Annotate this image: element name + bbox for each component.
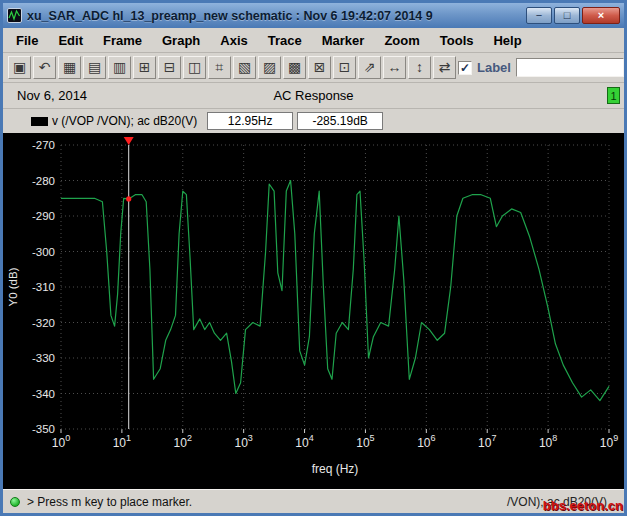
label-checkbox-label: Label [477,60,511,75]
menubar: FileEditFrameGraphAxisTraceMarkerZoomToo… [3,28,624,53]
menu-item-trace[interactable]: Trace [259,30,311,51]
close-button[interactable]: × [582,7,620,24]
y-tick-label: -270 [32,139,55,151]
marker-value-readout[interactable]: -285.19dB [297,112,383,130]
marker-point[interactable] [126,196,131,201]
snap-grid-icon[interactable]: ⌗ [208,56,231,79]
label-input[interactable] [516,58,624,77]
y-tick-label: -330 [32,352,55,364]
application-window: xu_SAR_ADC hl_13_preamp_new schematic : … [0,0,627,516]
y-tick-label: -280 [32,175,55,187]
new-subwindow-icon[interactable]: ⊞ [133,56,156,79]
menu-item-marker[interactable]: Marker [313,30,374,51]
y-tick-label: -310 [32,281,55,293]
y-tick-label: -320 [32,317,55,329]
app-icon [7,8,22,23]
undo-icon[interactable]: ↶ [33,56,56,79]
menu-item-edit[interactable]: Edit [49,30,92,51]
subwindow-number-badge[interactable]: 1 [607,87,620,104]
y-tick-label: -340 [32,388,55,400]
status-trace-label: /VON); ac dB20(V) [507,495,607,509]
copy-window-icon[interactable]: ◫ [183,56,206,79]
calculator-icon[interactable]: ▩ [283,56,306,79]
overlay-chart-icon[interactable]: ▥ [108,56,131,79]
maximize-button[interactable]: □ [554,7,580,24]
zoom-fit-icon[interactable]: ⇗ [358,56,381,79]
graph-subheader: AC Response Nov 6, 2014 1 [3,83,624,109]
marker-frequency-readout[interactable]: 12.95Hz [207,112,293,130]
pan-horizontal-icon[interactable]: ↔ [383,56,406,79]
trace-color-swatch[interactable] [31,117,48,126]
trace-style-icon[interactable]: ▨ [258,56,281,79]
menu-item-zoom[interactable]: Zoom [375,30,428,51]
menu-item-help[interactable]: Help [484,30,530,51]
delete-subwindow-icon[interactable]: ⊟ [158,56,181,79]
zoom-center-icon[interactable]: ⊡ [333,56,356,79]
status-message: > Press m key to place marker. [27,495,192,509]
print-icon[interactable]: ▣ [8,56,31,79]
plot-area[interactable]: 100101102103104105106107108109-270-280-2… [3,133,624,489]
minimize-button[interactable]: − [526,7,552,24]
x-axis-title: freq (Hz) [312,462,359,476]
menu-item-tools[interactable]: Tools [431,30,483,51]
y-tick-label: -300 [32,246,55,258]
y-axis-title: Y0 (dB) [7,267,19,306]
menu-item-frame[interactable]: Frame [94,30,151,51]
trace-legend-label[interactable]: v (/VOP /VON); ac dB20(V) [52,114,197,128]
label-group: ✓ Label [458,58,624,77]
status-indicator-icon [10,497,20,507]
toolbar: ▣↶▦▤▥⊞⊟◫⌗▧▨▩⊠⊡⇗↔↕⇄ ✓ Label [3,53,624,83]
graph-title: AC Response [3,88,624,103]
menu-item-graph[interactable]: Graph [153,30,209,51]
menu-item-axis[interactable]: Axis [211,30,256,51]
y-tick-label: -350 [32,423,55,435]
legend-row: v (/VOP /VON); ac dB20(V) 12.95Hz -285.1… [3,109,624,133]
statusbar: > Press m key to place marker. /VON); ac… [3,489,624,513]
y-tick-label: -290 [32,210,55,222]
swap-traces-icon[interactable]: ⇄ [433,56,456,79]
ac-response-plot[interactable]: 100101102103104105106107108109-270-280-2… [3,133,624,489]
slope-marker-icon[interactable]: ▧ [233,56,256,79]
zoom-box-icon[interactable]: ⊠ [308,56,331,79]
strip-chart-icon[interactable]: ▤ [83,56,106,79]
toolbar-icon-group: ▣↶▦▤▥⊞⊟◫⌗▧▨▩⊠⊡⇗↔↕⇄ [8,56,456,79]
pan-vertical-icon[interactable]: ↕ [408,56,431,79]
menu-item-file[interactable]: File [7,30,47,51]
label-checkbox[interactable]: ✓ [458,61,472,75]
window-title: xu_SAR_ADC hl_13_preamp_new schematic : … [27,9,521,23]
grid-icon[interactable]: ▦ [58,56,81,79]
titlebar[interactable]: xu_SAR_ADC hl_13_preamp_new schematic : … [3,3,624,28]
